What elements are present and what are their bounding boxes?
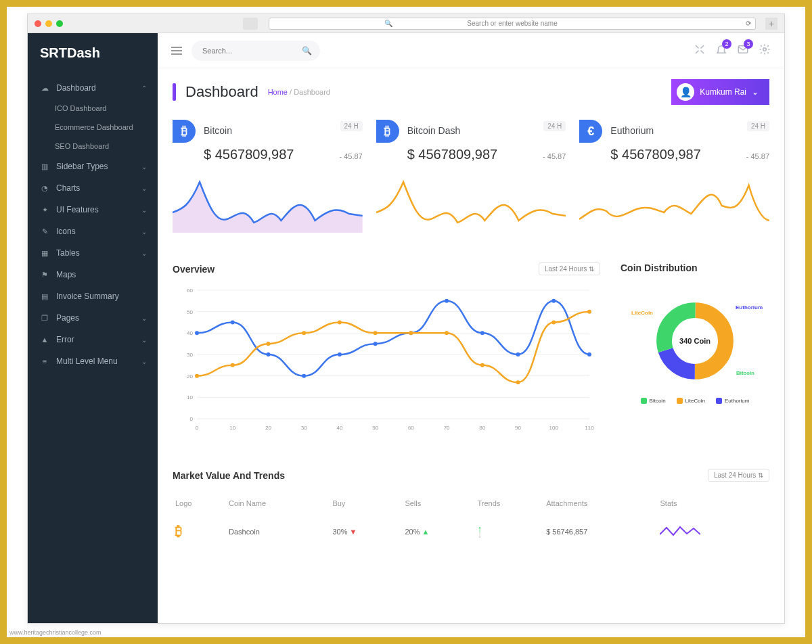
cell-buy: 30% ▼ [330, 514, 402, 549]
new-tab-button[interactable]: + [765, 18, 777, 30]
overview-range-picker[interactable]: Last 24 Hours ⇅ [539, 262, 600, 275]
svg-text:40: 40 [336, 425, 342, 431]
sparkline-bitcoindash [376, 172, 566, 233]
search-icon: 🔍 [384, 20, 392, 27]
sidebar-item-label: Icons [56, 227, 76, 236]
reload-icon[interactable]: ⟳ [746, 20, 751, 27]
search-icon[interactable]: 🔍 [302, 46, 312, 55]
sidebar-item-label: Error [56, 335, 74, 344]
card-euthorium[interactable]: € Euthorium 24 H $ 4567809,987 - 45.87 [579, 118, 769, 235]
accent-bar [173, 83, 176, 101]
user-name: Kumkum Rai [700, 87, 746, 97]
donut-center-label: 340 Coin [654, 300, 736, 382]
svg-text:30: 30 [301, 425, 307, 431]
sidebar-item-sidebar-types[interactable]: ▥ Sidebar Types ⌄ [28, 156, 158, 177]
bitcoin-icon: ₿ [173, 120, 196, 143]
svg-text:40: 40 [187, 330, 193, 336]
svg-point-46 [409, 331, 413, 335]
sparkline-euthorium [579, 172, 769, 233]
sidebar-item-dashboard[interactable]: ☁ Dashboard ⌃ [28, 77, 158, 99]
window-minimize-dot[interactable] [45, 20, 52, 27]
svg-text:100: 100 [549, 425, 559, 431]
sidebar-sub-ecommerce[interactable]: Ecommerce Dashboard [28, 118, 158, 137]
card-change: - 45.87 [543, 152, 566, 160]
breadcrumb-home[interactable]: Home [268, 88, 288, 96]
svg-point-48 [480, 363, 484, 367]
svg-text:50: 50 [372, 425, 378, 431]
sidebar-item-error[interactable]: ▲ Error ⌄ [28, 329, 158, 350]
sidebar-item-label: Maps [56, 270, 76, 279]
sidebar-item-multilevel[interactable]: ≡ Multi Level Menu ⌄ [28, 350, 158, 372]
browser-url-bar[interactable]: 🔍 Search or enter website name ⟳ [269, 18, 756, 30]
sidebar-item-label: Sidebar Types [56, 162, 108, 171]
svg-point-45 [374, 331, 378, 335]
donut-legend: Bitcoin LiteCoin Euthorium [621, 398, 769, 404]
card-value: $ 4567809,987 [204, 147, 294, 162]
distribution-panel: Coin Distribution 340 Coin LiteCoin Euth… [621, 262, 769, 435]
svg-point-36 [480, 331, 484, 335]
icons-icon: ✎ [39, 227, 51, 236]
invoice-icon: ▤ [39, 292, 51, 301]
sidebar-item-label: Dashboard [56, 83, 96, 93]
overview-row: Overview Last 24 Hours ⇅ 010203040506001… [158, 235, 784, 442]
sidebar-item-icons[interactable]: ✎ Icons ⌄ [28, 221, 158, 242]
sidebar-item-pages[interactable]: ❐ Pages ⌄ [28, 307, 158, 329]
svg-point-51 [587, 310, 591, 314]
avatar [677, 83, 694, 101]
menu-toggle-icon[interactable] [171, 45, 182, 57]
browser-window: 🔍 Search or enter website name ⟳ + SRTDa… [27, 14, 785, 624]
card-bitcoin[interactable]: ₿ Bitcoin 24 H $ 4567809,987 - 45.87 [173, 118, 363, 235]
bell-badge: 2 [722, 39, 731, 49]
market-range-picker[interactable]: Last 24 Hours ⇅ [708, 469, 769, 482]
svg-point-42 [266, 342, 270, 346]
sidebar-item-invoice[interactable]: ▤ Invoice Summary [28, 285, 158, 307]
card-name: Bitcoin [204, 125, 232, 136]
sidebar-sub-ico[interactable]: ICO Dashboard [28, 99, 158, 118]
donut-label-btc: Bitcoin [736, 370, 754, 376]
legend-euthorium: Euthorium [716, 398, 749, 404]
svg-text:80: 80 [479, 425, 485, 431]
sidebar-item-maps[interactable]: ⚑ Maps [28, 264, 158, 285]
picker-label: Last 24 Hours [714, 472, 756, 479]
app-logo[interactable]: SRTDash [28, 33, 158, 77]
market-title: Market Value And Trends [173, 470, 285, 481]
svg-point-50 [551, 321, 556, 325]
svg-text:110: 110 [585, 425, 594, 431]
gear-icon[interactable] [759, 43, 771, 58]
fullscreen-icon[interactable] [694, 43, 706, 58]
card-name: Bitcoin Dash [407, 125, 461, 136]
window-zoom-dot[interactable] [56, 20, 63, 27]
card-bitcoin-dash[interactable]: ₿ Bitcoin Dash 24 H $ 4567809,987 - 45.8… [376, 118, 566, 235]
sidebar-item-uifeatures[interactable]: ✦ UI Features ⌄ [28, 199, 158, 221]
cell-stats [657, 514, 769, 549]
sidebar-item-label: Invoice Summary [56, 292, 119, 301]
table-row[interactable]: ₿ Dashcoin 30% ▼ 20% ▲ ↑↓ $ 56746,857 [173, 514, 769, 549]
chevron-down-icon: ⌄ [141, 185, 147, 192]
euro-icon: € [579, 120, 602, 143]
market-panel: Market Value And Trends Last 24 Hours ⇅ … [158, 442, 784, 555]
col-attach: Attachments [543, 492, 657, 514]
coin-logo-icon: ₿ [175, 524, 182, 538]
svg-point-43 [302, 331, 306, 335]
sidebar-nav: ☁ Dashboard ⌃ ICO Dashboard Ecommerce Da… [28, 77, 158, 623]
period-badge: 24 H [747, 121, 769, 131]
mail-icon[interactable]: 3 [737, 43, 749, 58]
sidebar-item-charts[interactable]: ◔ Charts ⌄ [28, 177, 158, 199]
svg-text:50: 50 [187, 309, 193, 315]
sidebar-item-tables[interactable]: ▦ Tables ⌄ [28, 242, 158, 264]
distribution-title: Coin Distribution [621, 262, 698, 273]
card-change: - 45.87 [746, 152, 769, 160]
legend-litecoin: LiteCoin [677, 398, 705, 404]
window-close-dot[interactable] [35, 20, 41, 27]
bell-icon[interactable]: 2 [715, 43, 727, 58]
sidebar-item-label: Pages [56, 313, 79, 323]
search-wrap: 🔍 [191, 41, 320, 61]
sidebar-sub-seo[interactable]: SEO Dashboard [28, 137, 158, 156]
browser-shield-icon[interactable] [243, 18, 258, 30]
search-input[interactable] [191, 41, 320, 61]
triangle-down-icon: ▼ [349, 528, 357, 536]
breadcrumb-current: Dashboard [294, 88, 330, 96]
col-sells: Sells [402, 492, 474, 514]
user-menu-button[interactable]: Kumkum Rai ⌄ [671, 79, 769, 105]
col-stats: Stats [657, 492, 769, 514]
